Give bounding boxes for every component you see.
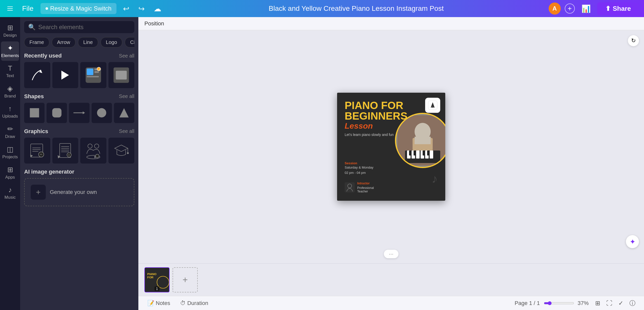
generate-label: Generate your own <box>50 189 97 195</box>
svg-rect-55 <box>423 150 425 156</box>
session-label: Session <box>345 161 373 165</box>
shape-square[interactable] <box>24 103 45 123</box>
refresh-button[interactable]: ↻ <box>628 35 639 46</box>
zoom-controls: 37% <box>544 300 589 306</box>
shape-arrow-line[interactable] <box>69 103 89 123</box>
cloud-save-button[interactable]: ☁ <box>151 3 164 15</box>
graphic-people[interactable] <box>80 138 106 164</box>
apps-icon: ⊞ <box>7 166 13 174</box>
svg-text:✏: ✏ <box>40 153 42 157</box>
search-input[interactable] <box>38 24 130 31</box>
stats-button[interactable]: 📊 <box>579 3 593 15</box>
svg-point-39 <box>127 152 129 154</box>
filter-logo[interactable]: Logo <box>101 37 123 47</box>
canvas-workspace[interactable]: ↻ PIANO FOR BEGINNERS Lesson Let's le <box>138 30 644 263</box>
sidebar-item-uploads[interactable]: ↑ Uploads <box>1 102 19 121</box>
instructor-icon <box>345 182 355 192</box>
redo-button[interactable]: ↪ <box>136 3 147 15</box>
lesson-text: Lesson <box>345 121 408 131</box>
view-buttons: ⊞ ⛶ ✓ ⓘ <box>593 298 638 309</box>
position-bar: Position <box>138 17 644 30</box>
instructor-info: Intructor Professional Teacher <box>357 182 374 193</box>
shapes-see-all[interactable]: See all <box>119 93 134 99</box>
recently-used-header: Recently used See all <box>24 53 134 59</box>
magic-switch-button[interactable]: Resize & Magic Switch <box>41 3 116 14</box>
thumbnail-1[interactable]: PIANO FOR 1 <box>144 267 170 292</box>
generate-plus-icon: + <box>31 185 46 200</box>
instructor-role: Teacher <box>357 190 374 193</box>
svg-rect-52 <box>430 150 433 159</box>
filter-line[interactable]: Line <box>78 37 98 47</box>
avatar[interactable]: A <box>549 3 561 15</box>
element-arrow[interactable] <box>24 62 50 88</box>
sidebar-item-brand-label: Brand <box>4 94 16 99</box>
element-triangle[interactable] <box>52 62 78 88</box>
file-menu-button[interactable]: File <box>19 3 36 14</box>
add-page-button[interactable]: + <box>173 267 198 292</box>
filter-frame[interactable]: Frame <box>24 37 49 47</box>
hide-panel-button[interactable]: ⋯ <box>384 250 398 258</box>
undo-button[interactable]: ↩ <box>120 3 132 15</box>
session-hours: 02 pm - 04 pm <box>345 170 373 176</box>
graphic-graduation[interactable] <box>108 138 135 164</box>
notes-button[interactable]: 📝 Notes <box>144 298 173 308</box>
svg-marker-14 <box>83 112 85 114</box>
hamburger-menu-button[interactable] <box>5 4 15 14</box>
magic-assistant-button[interactable]: ✦ <box>626 235 639 248</box>
ai-generator-title: AI image generator <box>24 169 134 175</box>
sidebar-item-text[interactable]: T Text <box>1 62 19 81</box>
shape-rounded-rect[interactable] <box>47 103 67 123</box>
sidebar-item-elements[interactable]: ✦ Elements <box>1 41 19 61</box>
shape-more[interactable] <box>114 103 134 123</box>
sidebar-item-projects[interactable]: ◫ Projects <box>1 143 19 162</box>
elements-panel: 🔍 Frame Arrow Line Logo Circle › Recentl… <box>20 17 138 310</box>
search-bar: 🔍 <box>24 21 134 33</box>
design-main-text: PIANO FOR BEGINNERS Lesson Let's learn p… <box>345 100 408 137</box>
share-button[interactable]: ⬆ Share <box>597 2 639 15</box>
svg-rect-56 <box>427 150 430 156</box>
sidebar-item-music-label: Music <box>5 195 16 200</box>
svg-point-15 <box>97 108 106 118</box>
filter-arrow[interactable]: Arrow <box>52 37 75 47</box>
info-button[interactable]: ⓘ <box>627 298 638 309</box>
session-days: Saturday & Monday <box>345 165 373 170</box>
zoom-slider[interactable] <box>544 301 574 305</box>
draw-icon: ✏ <box>7 125 13 133</box>
design-card[interactable]: PIANO FOR BEGINNERS Lesson Let's learn p… <box>337 93 445 201</box>
thumbnail-number-1: 1 <box>154 286 159 291</box>
sidebar-item-music[interactable]: ♪ Music <box>1 183 19 202</box>
toolbar-right: A + 📊 ⬆ Share <box>549 2 639 15</box>
instructor-title: Professional <box>357 186 374 190</box>
graphic-notebook[interactable]: ✏ <box>52 138 78 164</box>
add-collaborator-button[interactable]: + <box>565 4 575 14</box>
filter-circle[interactable]: Circle <box>125 37 134 47</box>
sidebar-item-draw[interactable]: ✏ Draw <box>1 122 19 142</box>
instructor-section: Intructor Professional Teacher <box>345 182 374 193</box>
music-notes-decoration: ♪ <box>432 172 438 186</box>
graphics-title: Graphics <box>24 128 48 135</box>
filter-pills: Frame Arrow Line Logo Circle › <box>24 37 134 47</box>
recently-used-see-all[interactable]: See all <box>119 53 134 59</box>
sidebar-item-design[interactable]: ⊞ Design <box>1 21 19 40</box>
uploads-icon: ↑ <box>8 105 12 113</box>
sidebar-item-brand[interactable]: ◈ Brand <box>1 82 19 101</box>
element-rect[interactable] <box>108 62 135 88</box>
grid-view-button[interactable]: ⊞ <box>593 298 603 309</box>
duration-icon: ⏱ <box>180 300 186 306</box>
graphic-writing[interactable]: ✏ <box>24 138 50 164</box>
check-button[interactable]: ✓ <box>616 298 626 309</box>
tagline-text: Let's learn piano slowly and fun <box>345 133 408 137</box>
element-social-post[interactable]: ★ <box>80 62 106 88</box>
sidebar-item-apps[interactable]: ⊞ Apps <box>1 163 19 182</box>
duration-button[interactable]: ⏱ Duration <box>177 298 211 308</box>
svg-rect-49 <box>416 150 420 159</box>
svg-text:★: ★ <box>98 68 100 70</box>
shapes-header: Shapes See all <box>24 93 134 100</box>
svg-text:PIANO: PIANO <box>147 272 157 275</box>
shape-circle[interactable] <box>92 103 112 123</box>
generate-button[interactable]: + Generate your own <box>24 178 134 206</box>
graphics-see-all[interactable]: See all <box>119 128 134 134</box>
canvas-area: Position ↻ PIANO FOR BEGINN <box>138 17 644 310</box>
fullscreen-button[interactable]: ⛶ <box>604 298 615 309</box>
graphics-header: Graphics See all <box>24 128 134 135</box>
